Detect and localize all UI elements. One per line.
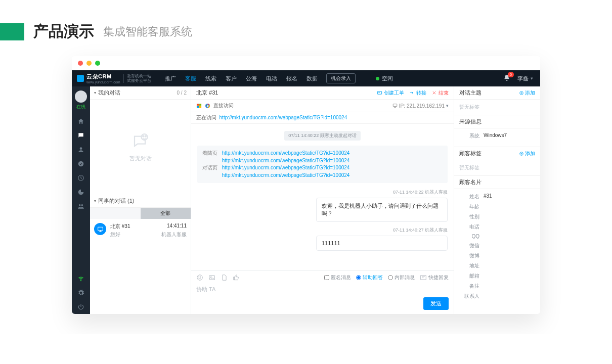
svg-rect-20 — [393, 104, 397, 107]
minimize-icon[interactable] — [86, 61, 92, 66]
quick-reply-button[interactable]: 快捷回复 — [420, 274, 449, 281]
chat-icon — [77, 132, 84, 139]
customer-field[interactable]: 备注 — [459, 283, 535, 290]
rail-power[interactable] — [72, 300, 90, 314]
notifications-button[interactable]: 5 — [503, 74, 510, 83]
customer-field[interactable]: 微博 — [459, 252, 535, 259]
rail-stats[interactable] — [72, 185, 90, 199]
rail-chat[interactable] — [72, 128, 90, 143]
user-menu[interactable]: 李磊 ▾ — [517, 75, 533, 82]
customer-field[interactable]: QQ — [459, 234, 535, 239]
collapse-icon: ▾ — [94, 199, 96, 203]
colleague-conversations-header[interactable]: ▾ 同事的对话 (1) — [90, 195, 191, 208]
nav-item-6[interactable]: 报名 — [282, 70, 302, 86]
close-icon — [431, 90, 437, 96]
customer-card-header: 顾客名片 — [454, 176, 540, 189]
colleague-tab-empty[interactable] — [90, 208, 141, 219]
nav-item-2[interactable]: 线索 — [201, 70, 221, 86]
dialog-url[interactable]: http://mkt.yunduocrm.com/webpageStatic/T… — [222, 172, 350, 178]
check-circle-icon — [77, 160, 84, 167]
rail-wifi[interactable] — [72, 271, 90, 286]
maximize-icon[interactable] — [95, 61, 100, 66]
customer-field[interactable]: 电话 — [459, 223, 535, 231]
rail-settings[interactable] — [72, 286, 90, 300]
accent-bar — [0, 23, 24, 40]
add-topic-button[interactable]: 添加 — [519, 89, 535, 97]
thumbs-up-icon[interactable] — [233, 274, 240, 281]
nav-item-5[interactable]: 电话 — [261, 70, 282, 86]
chrome-icon — [205, 103, 210, 109]
svg-point-21 — [197, 275, 203, 281]
status-dot-icon — [376, 77, 379, 80]
chat-panel: 北京 #31 创建工单 转接 结束 — [191, 86, 454, 314]
details-panel: 对话主题 添加 暂无标签 来源信息 系统Windows7 顾客标签 添加 暂无标… — [454, 86, 540, 314]
message-input[interactable] — [196, 286, 449, 292]
topic-header: 对话主题 添加 — [454, 86, 540, 100]
anonymous-option[interactable]: 匿名消息 — [324, 274, 351, 281]
send-button[interactable]: 发送 — [423, 297, 449, 310]
side-rail: 在线 — [72, 86, 90, 314]
rail-check[interactable] — [72, 157, 90, 171]
nav-item-3[interactable]: 客户 — [221, 70, 241, 86]
landing-url[interactable]: http://mkt.yunduocrm.com/webpageStatic/T… — [222, 150, 350, 156]
chat-body[interactable]: 07/11 14:40:22 顾客主动发起对话 着陆页 http://mkt.y… — [191, 124, 454, 270]
team-icon — [77, 203, 84, 210]
svg-rect-12 — [98, 227, 103, 231]
transfer-button[interactable]: 转接 — [409, 89, 426, 97]
nav-item-7[interactable]: 数据 — [302, 70, 322, 86]
customer-field[interactable]: 联系人 — [459, 293, 535, 300]
window-titlebar — [72, 56, 540, 70]
my-conversations-header[interactable]: ▾ 我的对话 0 / 2 — [90, 86, 191, 100]
end-button[interactable]: 结束 — [431, 89, 449, 97]
availability-status[interactable]: 空闲 — [376, 75, 393, 82]
page-title: 产品演示 — [33, 21, 94, 42]
emoji-icon[interactable] — [196, 274, 203, 281]
svg-point-6 — [79, 204, 81, 206]
colleague-tab-all[interactable]: 全部 — [141, 208, 191, 219]
nav-item-4[interactable]: 公海 — [241, 70, 261, 86]
conversation-panel: ▾ 我的对话 0 / 2 暂无对话 ▾ 同事的对话 (1) 全部 北京 #311… — [90, 86, 191, 314]
message-meta: 07-11 14:40:22 机器人客服 — [197, 189, 448, 196]
customer-field[interactable]: 性别 — [459, 213, 535, 220]
avatar[interactable] — [75, 90, 87, 103]
customer-field[interactable]: 微信 — [459, 242, 535, 249]
current-url-link[interactable]: http://mkt.yunduocrm.com/webpageStatic/T… — [220, 115, 347, 120]
record-opportunity-button[interactable]: 机会录入 — [326, 73, 356, 83]
internal-option[interactable]: 内部消息 — [388, 274, 415, 281]
customer-field[interactable]: 邮箱 — [459, 272, 535, 280]
svg-rect-26 — [421, 276, 426, 280]
pie-icon — [77, 189, 84, 196]
topic-empty: 暂无标签 — [459, 104, 535, 111]
rail-home[interactable] — [72, 114, 90, 128]
nav-item-1[interactable]: 客服 — [181, 70, 201, 86]
create-ticket-button[interactable]: 创建工单 — [377, 89, 404, 97]
customer-field[interactable]: 年龄 — [459, 203, 535, 210]
source-row: 系统Windows7 — [459, 132, 535, 140]
image-icon[interactable] — [208, 274, 215, 281]
dialog-url[interactable]: http://mkt.yunduocrm.com/webpageStatic/T… — [222, 165, 350, 170]
chevron-down-icon[interactable]: ▾ — [446, 103, 449, 108]
brand-tagline: 教育机构一站式服务云平台 — [123, 74, 151, 83]
file-icon[interactable] — [221, 274, 228, 281]
empty-state: 暂无对话 — [90, 100, 191, 195]
add-tag-button[interactable]: 添加 — [519, 150, 535, 157]
svg-rect-13 — [377, 92, 381, 95]
customer-field[interactable]: 地址 — [459, 262, 535, 269]
customer-field[interactable]: 姓名#31 — [459, 193, 535, 200]
chevron-down-icon: ▾ — [531, 76, 533, 81]
rail-team[interactable] — [72, 199, 90, 213]
rail-history[interactable] — [72, 171, 90, 185]
monitor-icon — [392, 103, 398, 108]
presence-label: 在线 — [76, 104, 85, 110]
svg-point-23 — [200, 277, 201, 277]
clock-icon — [77, 174, 84, 181]
close-icon[interactable] — [78, 61, 83, 66]
svg-rect-16 — [197, 106, 199, 108]
rail-person[interactable] — [72, 143, 90, 157]
assist-option[interactable]: 辅助回答 — [356, 274, 383, 281]
transfer-icon — [409, 90, 415, 96]
nav-item-0[interactable]: 推广 — [160, 70, 181, 86]
conversation-item[interactable]: 北京 #3114:41:11您好机器人客服 — [90, 219, 191, 242]
landing-url[interactable]: http://mkt.yunduocrm.com/webpageStatic/T… — [222, 158, 350, 163]
notification-badge: 5 — [508, 72, 514, 77]
